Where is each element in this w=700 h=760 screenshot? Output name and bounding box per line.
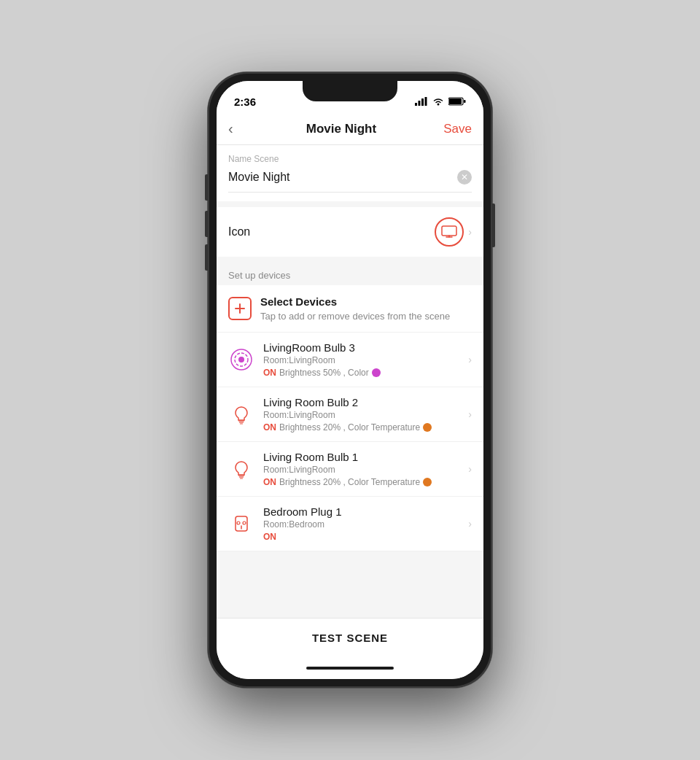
device-info: Living Room Bulb 2 Room:LivingRoom ON Br… [263,396,459,433]
nav-bar: ‹ Movie Night Save [217,113,483,145]
select-devices-row[interactable]: Select Devices Tap to add or remove devi… [217,285,483,333]
device-name: Living Room Bulb 1 [263,451,459,463]
device-row[interactable]: Living Room Bulb 1 Room:LivingRoom ON Br… [217,442,483,497]
name-field-row: Movie Night ✕ [228,170,472,193]
device-name: LivingRoom Bulb 3 [263,341,459,354]
row-chevron: › [468,518,472,530]
svg-point-15 [238,357,244,362]
icon-label: Icon [228,225,250,239]
row-chevron: › [468,463,472,475]
svg-rect-2 [421,98,424,106]
add-devices-icon [228,297,252,320]
home-bar [306,667,394,670]
on-badge: ON [263,532,276,542]
icon-chevron: › [468,226,472,238]
back-button[interactable]: ‹ [228,117,239,140]
status-time: 2:36 [234,96,256,108]
tv-icon-circle [435,217,464,247]
svg-rect-1 [419,101,421,106]
home-indicator [217,657,483,679]
color-dot [372,368,381,377]
device-detail: Brightness 50% , Color [279,368,369,378]
device-info: Living Room Bulb 1 Room:LivingRoom ON Br… [263,451,459,487]
clear-button[interactable]: ✕ [457,170,472,185]
on-badge: ON [263,477,276,487]
device-icon [228,456,254,482]
on-badge: ON [263,368,276,378]
icon-right: › [435,217,472,247]
svg-rect-7 [464,100,466,103]
battery-icon [448,97,466,106]
on-badge: ON [263,422,276,433]
nav-title: Movie Night [239,122,444,136]
select-devices-subtitle: Tap to add or remove devices from the sc… [260,311,450,322]
notch [303,81,397,101]
svg-rect-8 [442,226,456,236]
status-icons [415,97,466,106]
device-status: ON Brightness 20% , Color Temperature [263,422,459,433]
bulb-icon [228,401,254,427]
device-icon [228,401,254,427]
device-name: Bedroom Plug 1 [263,505,459,518]
phone-screen: 2:36 [217,81,483,679]
name-section: Name Scene Movie Night ✕ [217,145,483,201]
save-button[interactable]: Save [443,122,472,136]
color-dot [423,478,432,486]
row-chevron: › [468,408,472,420]
test-scene-button[interactable]: TEST SCENE [228,632,472,644]
device-room: Room:LivingRoom [263,465,459,475]
device-list: LivingRoom Bulb 3 Room:LivingRoom ON Bri… [217,333,483,551]
wifi-icon [432,97,444,106]
device-room: Room:LivingRoom [263,410,459,420]
device-detail: Brightness 20% , Color Temperature [279,477,420,487]
device-status: ON Brightness 50% , Color [263,368,459,378]
device-status: ON Brightness 20% , Color Temperature [263,477,459,487]
name-label: Name Scene [228,154,472,164]
svg-rect-3 [425,97,427,106]
device-room: Room:LivingRoom [263,355,459,365]
bulb-icon [228,456,254,482]
select-devices-text: Select Devices Tap to add or remove devi… [260,295,450,322]
test-scene-bar: TEST SCENE [217,618,483,657]
device-row[interactable]: LivingRoom Bulb 3 Room:LivingRoom ON Bri… [217,333,483,387]
svg-point-4 [438,104,440,106]
select-devices-title: Select Devices [260,295,450,308]
plus-icon [233,302,246,315]
svg-rect-0 [415,103,417,106]
svg-rect-6 [449,98,462,104]
plug-icon [228,511,254,537]
row-chevron: › [468,354,472,365]
bulb-ring-icon [228,346,254,373]
tv-icon [441,225,457,239]
svg-point-23 [237,521,240,524]
device-detail: Brightness 20% , Color Temperature [279,422,420,433]
setup-section-header: Set up devices [217,263,483,285]
icon-row[interactable]: Icon › [217,207,483,257]
device-row[interactable]: Bedroom Plug 1 Room:Bedroom ON › [217,497,483,551]
device-row[interactable]: Living Room Bulb 2 Room:LivingRoom ON Br… [217,387,483,442]
device-name: Living Room Bulb 2 [263,396,459,408]
device-info: LivingRoom Bulb 3 Room:LivingRoom ON Bri… [263,341,459,378]
device-icon [228,346,254,373]
device-info: Bedroom Plug 1 Room:Bedroom ON [263,505,459,542]
color-dot [423,423,432,432]
scroll-content: Name Scene Movie Night ✕ Icon [217,145,483,618]
signal-icon [415,97,428,106]
phone-frame: 2:36 [208,72,492,688]
device-status: ON [263,532,459,542]
device-room: Room:Bedroom [263,519,459,530]
svg-point-24 [243,521,246,524]
name-value[interactable]: Movie Night [228,171,289,184]
device-icon [228,511,254,537]
